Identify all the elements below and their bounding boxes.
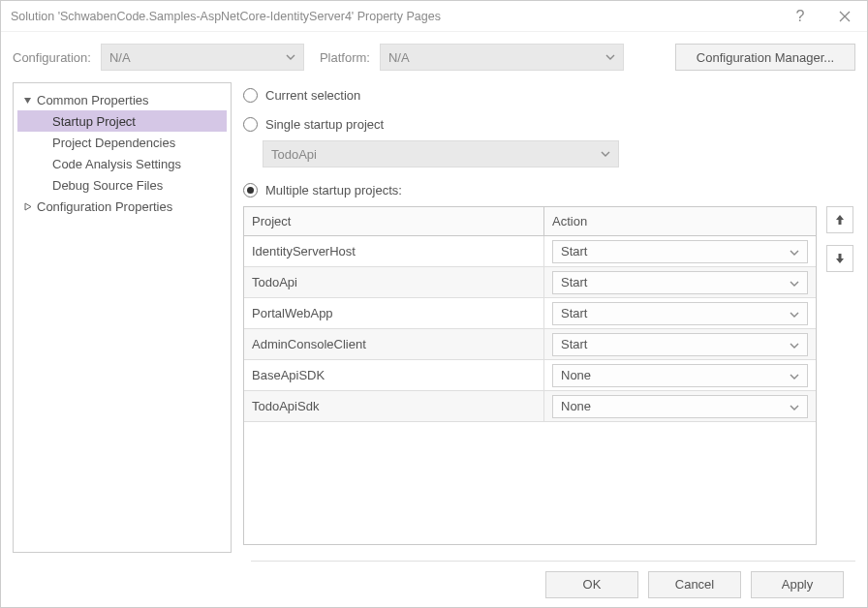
nav-tree[interactable]: Common Properties Startup Project Projec… [13,82,232,553]
chevron-down-icon [790,244,799,258]
table-row[interactable]: AdminConsoleClientStart [244,329,816,360]
tree-label: Configuration Properties [37,199,172,214]
chevron-down-icon [790,399,799,413]
move-up-button[interactable] [826,206,853,233]
chevron-down-icon [790,275,799,289]
tree-label: Project Dependencies [52,136,175,150]
action-value: Start [561,275,587,289]
table-row[interactable]: PortalWebAppStart [244,298,816,329]
configuration-manager-button[interactable]: Configuration Manager... [675,44,855,71]
chevron-down-icon [605,54,615,60]
cell-project: BaseApiSDK [244,360,544,390]
single-startup-combo[interactable]: TodoApi [263,140,619,167]
radio-label: Single startup project [265,117,384,132]
radio-label: Multiple startup projects: [265,183,402,198]
cancel-button[interactable]: Cancel [648,571,741,598]
platform-label: Platform: [320,50,370,65]
radio-icon [243,117,258,132]
main-area: Common Properties Startup Project Projec… [1,82,867,553]
platform-value: N/A [388,50,410,65]
arrow-down-icon [834,253,846,264]
expand-icon [21,202,33,211]
apply-button[interactable]: Apply [751,571,844,598]
radio-current-selection[interactable]: Current selection [243,82,855,107]
arrow-up-icon [834,214,846,226]
action-select[interactable]: Start [552,302,808,325]
property-pages-window: Solution 'SchwabenCode.Samples-AspNetCor… [0,0,868,608]
close-button[interactable] [822,1,867,32]
table-row[interactable]: BaseApiSDKNone [244,360,816,391]
action-value: Start [561,306,587,320]
projects-table: Project Action IdentityServerHostStartTo… [243,206,817,545]
radio-label: Current selection [265,88,360,103]
titlebar: Solution 'SchwabenCode.Samples-AspNetCor… [1,1,867,32]
cell-action: None [544,391,816,421]
configuration-value: N/A [109,50,131,65]
single-startup-value: TodoApi [271,147,317,162]
cell-action: Start [544,298,816,328]
chevron-down-icon [790,306,799,320]
collapse-icon [21,96,33,105]
table-row[interactable]: TodoApiSdkNone [244,391,816,422]
tree-label: Common Properties [37,93,149,107]
action-select[interactable]: Start [552,271,808,294]
action-select[interactable]: Start [552,333,808,356]
radio-icon [243,183,258,198]
radio-multiple-startup[interactable]: Multiple startup projects: [243,177,855,202]
tree-label: Code Analysis Settings [52,157,181,171]
configuration-label: Configuration: [13,50,91,65]
dialog-footer: OK Cancel Apply [251,561,855,607]
action-value: None [561,399,591,413]
tree-node-configuration-properties[interactable]: Configuration Properties [17,196,227,217]
table-header: Project Action [244,207,816,236]
platform-combo[interactable]: N/A [380,44,624,71]
header-project[interactable]: Project [244,207,544,235]
cell-project: PortalWebApp [244,298,544,328]
chevron-down-icon [601,151,610,157]
tree-label: Startup Project [52,114,136,129]
table-row[interactable]: IdentityServerHostStart [244,236,816,267]
tree-node-project-dependencies[interactable]: Project Dependencies [17,132,227,153]
chevron-down-icon [790,337,799,351]
move-down-button[interactable] [826,245,853,272]
cell-action: None [544,360,816,390]
projects-area: Project Action IdentityServerHostStartTo… [243,206,855,545]
help-button[interactable]: ? [778,1,822,32]
configuration-combo[interactable]: N/A [101,44,304,71]
table-body: IdentityServerHostStartTodoApiStartPorta… [244,236,816,544]
cell-project: TodoApiSdk [244,391,544,421]
radio-single-startup[interactable]: Single startup project [243,111,855,137]
cell-project: TodoApi [244,267,544,297]
reorder-buttons [826,206,855,545]
config-row: Configuration: N/A Platform: N/A Configu… [1,32,867,82]
header-action[interactable]: Action [544,207,816,235]
tree-node-startup-project[interactable]: Startup Project [17,110,227,132]
action-value: None [561,368,591,382]
cell-action: Start [544,329,816,359]
cell-action: Start [544,236,816,266]
ok-button[interactable]: OK [545,571,638,598]
tree-label: Debug Source Files [52,178,163,193]
action-select[interactable]: Start [552,240,808,263]
chevron-down-icon [286,54,295,60]
action-select[interactable]: None [552,395,808,418]
action-value: Start [561,244,587,258]
action-value: Start [561,337,587,351]
tree-node-debug-source-files[interactable]: Debug Source Files [17,174,227,196]
tree-node-code-analysis-settings[interactable]: Code Analysis Settings [17,153,227,174]
cell-action: Start [544,267,816,297]
close-icon [839,11,851,22]
cell-project: AdminConsoleClient [244,329,544,359]
radio-icon [243,88,258,103]
cell-project: IdentityServerHost [244,236,544,266]
tree-node-common-properties[interactable]: Common Properties [17,89,227,110]
action-select[interactable]: None [552,364,808,387]
content-panel: Current selection Single startup project… [243,82,855,553]
window-title: Solution 'SchwabenCode.Samples-AspNetCor… [11,10,778,23]
chevron-down-icon [790,368,799,382]
table-row[interactable]: TodoApiStart [244,267,816,298]
